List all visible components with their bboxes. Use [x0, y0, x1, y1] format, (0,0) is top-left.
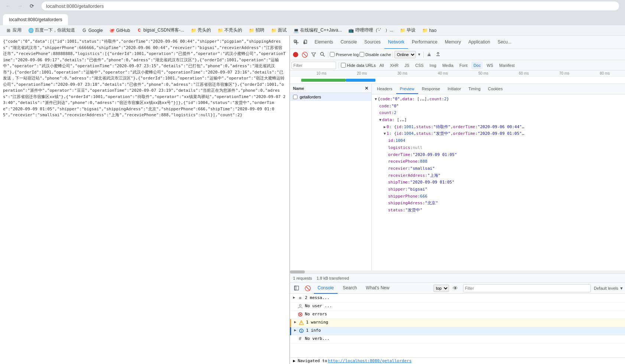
browser-chrome: ← → ⟳ localhost:8080/getallorders localh… [0, 0, 625, 36]
online-icon: 💻 [293, 28, 299, 33]
record-button[interactable] [292, 51, 300, 59]
console-context-select[interactable]: top [433, 285, 449, 292]
console-tab-search[interactable]: Search [339, 283, 361, 294]
hide-data-urls-input[interactable] [341, 63, 346, 68]
console-msg-no-errors: ▶ No errors [290, 311, 625, 319]
tab-memory[interactable]: Memory [441, 36, 465, 49]
detail-tab-preview[interactable]: Preview [396, 84, 418, 94]
filter-manifest[interactable]: Manifest [497, 62, 517, 69]
console-tab-console[interactable]: Console [314, 283, 338, 294]
detail-tab-timing[interactable]: Timing [465, 84, 484, 94]
bookmark-github[interactable]: 🐙 GitHub [107, 26, 133, 35]
bookmark-mianshi[interactable]: 📁 面试 [268, 26, 290, 35]
messages-expand[interactable]: ▶ [293, 295, 295, 299]
data-expand[interactable]: ▼ [379, 117, 381, 123]
tab-performance[interactable]: Performance [408, 36, 441, 49]
console-sidebar-button[interactable] [292, 283, 301, 293]
folder-icon-5: 📁 [400, 28, 405, 33]
request-item-getallorders[interactable]: getallorders [290, 93, 371, 101]
warning-expand[interactable]: ▶ [294, 320, 296, 324]
bookmark-bishe[interactable]: 📁 毕设 [397, 26, 419, 35]
ruler-40ms: 40 ms [423, 71, 463, 75]
expand-arrow[interactable]: ▶ [293, 358, 296, 363]
bookmark-baidu[interactable]: 🌐 百度一下，你就知道 [25, 26, 78, 35]
root-expand[interactable]: ▼ [375, 96, 377, 102]
console-message-list: ▶ ≡ 2 messa... ▶ No user ... ▶ [290, 294, 625, 344]
preserve-log-checkbox[interactable]: Preserve log [330, 52, 359, 57]
bookmark-bututu[interactable]: 📁 不秃头的 [215, 26, 245, 35]
json-item1-recevieraddress: recevierAddress : "上海" [375, 172, 622, 179]
item1-expand[interactable]: ▼ [384, 130, 386, 137]
bookmark-zhaopin[interactable]: 📁 招聘 [246, 26, 267, 35]
bookmark-apps[interactable]: ⊞ 应用 [3, 26, 25, 35]
requests-count: 1 requests [293, 276, 312, 280]
filter-all[interactable]: All [377, 62, 386, 69]
json-item1-logistics: logistics : null [375, 144, 622, 152]
timeline-ruler: 10 ms 20 ms 30 ms 40 ms 50 ms 60 ms 70 m… [290, 71, 625, 77]
throttle-select[interactable]: Online [394, 51, 416, 58]
close-detail-button[interactable]: ✕ [365, 86, 368, 91]
bookmark-tutu-label: 秃头的 [198, 27, 211, 33]
console-tab-whatsnew[interactable]: What's New [362, 283, 393, 294]
filter-css[interactable]: CSS [413, 62, 426, 69]
bookmark-csdn[interactable]: C bigsai_CSDN博客-... [134, 26, 187, 35]
console-eye-button[interactable]: 👁 [450, 283, 460, 293]
request-checkbox[interactable] [293, 95, 297, 99]
info-icon [299, 328, 304, 333]
transferred-size: 1.8 kB transferred [316, 276, 349, 280]
search-network-button[interactable] [318, 51, 326, 59]
hide-data-urls-checkbox[interactable]: Hide data URLs [341, 63, 376, 68]
reload-button[interactable]: ⟳ [27, 1, 37, 11]
tab-security[interactable]: Secu... [494, 36, 515, 49]
item0-expand[interactable]: ▶ [384, 124, 386, 130]
verbose-icon: # [297, 336, 303, 341]
bookmark-tutu[interactable]: 📁 秃头的 [188, 26, 214, 35]
disable-cache-input[interactable] [359, 52, 364, 57]
filter-toggle-button[interactable] [309, 51, 318, 59]
tab-sources[interactable]: Sources [361, 36, 384, 49]
device-toggle-button[interactable] [301, 38, 311, 47]
filter-font[interactable]: Font [457, 62, 470, 69]
export-button[interactable] [434, 51, 442, 59]
inspect-element-button[interactable] [292, 38, 301, 47]
preserve-log-input[interactable] [330, 52, 335, 57]
detail-tab-cookies[interactable]: Cookies [484, 84, 507, 94]
bookmark-csdn-label: bigsai_CSDN博客-... [143, 27, 184, 33]
back-button[interactable]: ← [3, 1, 13, 11]
filter-xhr[interactable]: XHR [388, 62, 401, 69]
filter-img[interactable]: Img [427, 62, 439, 69]
detail-tab-initiator[interactable]: Initiator [444, 84, 465, 94]
nav-url-link[interactable]: http://localhost:8080/getallorders [328, 358, 411, 363]
tab-elements[interactable]: Elements [311, 36, 337, 49]
tab-application[interactable]: Application [465, 36, 494, 49]
forward-button[interactable]: → [15, 1, 25, 11]
ruler-20ms: 20 ms [342, 71, 382, 75]
disable-cache-checkbox[interactable]: Disable cache [359, 52, 391, 57]
scrollbar-thumb[interactable] [290, 270, 305, 273]
bookmark-google[interactable]: G Google [79, 26, 106, 35]
address-bar[interactable]: localhost:8080/getallorders [42, 1, 619, 10]
tab-console[interactable]: Console [337, 36, 361, 49]
bookmark-hao[interactable]: 📁 hao [419, 26, 439, 35]
console-clear-button[interactable]: 🚫 [303, 283, 312, 293]
detail-tab-headers[interactable]: Headers [373, 84, 396, 94]
filter-doc[interactable]: Doc [471, 62, 483, 69]
filter-media[interactable]: Media [440, 62, 456, 69]
bookmark-bilibili[interactable]: 📺 哔哩哔哩（'-'ゞ）... [346, 26, 397, 35]
network-scrollbar[interactable] [290, 270, 625, 273]
import-button[interactable] [425, 51, 433, 59]
info-expand[interactable]: ▶ [294, 328, 296, 332]
console-filter-input[interactable] [463, 284, 591, 292]
ruler-30ms: 30 ms [382, 71, 423, 75]
bookmark-online[interactable]: 💻 在线编程_C++Java... [290, 26, 345, 35]
json-item1-recevier: recevier : "smallsai" [375, 165, 622, 172]
verbose-text: No verb... [305, 336, 622, 341]
filter-js[interactable]: JS [402, 62, 411, 69]
clear-button[interactable]: 🚫 [300, 51, 309, 59]
filter-ws[interactable]: WS [484, 62, 495, 69]
active-tab[interactable]: localhost:8080/getallorders [3, 14, 68, 25]
network-filter-input[interactable] [292, 62, 336, 69]
console-toolbar: 🚫 Console Search What's New top 👁 Defaul… [290, 283, 625, 294]
detail-tab-response[interactable]: Response [418, 84, 444, 94]
tab-network[interactable]: Network [384, 36, 408, 49]
